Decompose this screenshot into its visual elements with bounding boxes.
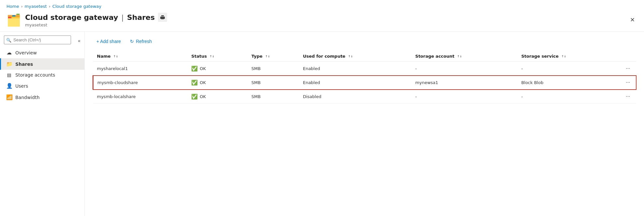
add-share-label: + Add share	[96, 39, 121, 44]
main-layout: 🔍 « ☁️ Overview 📁 Shares ▤ Storage accou…	[0, 32, 644, 216]
page-section: Shares	[127, 13, 155, 22]
sidebar-item-overview-label: Overview	[15, 50, 37, 55]
row3-storage-service: -	[517, 90, 620, 104]
shares-icon: 📁	[6, 61, 12, 67]
sidebar-item-shares-label: Shares	[15, 62, 33, 67]
sidebar-nav: ☁️ Overview 📁 Shares ▤ Storage accounts …	[0, 47, 84, 103]
row2-name: mysmb-cloudshare	[93, 76, 188, 90]
status-ok-icon: ✅	[191, 79, 198, 86]
col-name[interactable]: Name ↑↓	[93, 51, 188, 62]
row1-storage-service: -	[517, 62, 620, 76]
sort-status-icon: ↑↓	[209, 55, 214, 58]
table-row[interactable]: mysmb-localshare ✅ OK SMB Disabled - - ·…	[93, 90, 637, 104]
breadcrumb: Home › myasetest › Cloud storage gateway	[0, 0, 644, 11]
row3-more: ···	[620, 90, 636, 104]
row2-more: ···	[620, 76, 636, 90]
row1-name: mysharelocal1	[93, 62, 188, 76]
row2-compute: Enabled	[299, 76, 411, 90]
users-icon: 👤	[6, 83, 12, 89]
breadcrumb-myasetest[interactable]: myasetest	[25, 4, 47, 9]
main-content: + Add share ↻ Refresh Name ↑↓ Status ↑↓	[85, 32, 644, 216]
sort-storage-service-icon: ↑↓	[561, 55, 566, 58]
row2-more-button[interactable]: ···	[624, 79, 632, 86]
search-icon: 🔍	[6, 37, 11, 42]
refresh-button[interactable]: ↻ Refresh	[126, 37, 156, 46]
resource-icon: 🗂️	[7, 13, 21, 27]
close-button[interactable]: ✕	[627, 15, 637, 25]
breadcrumb-cloud-storage-gateway[interactable]: Cloud storage gateway	[52, 4, 101, 9]
sort-storage-account-icon: ↑↓	[457, 55, 462, 58]
sort-type-icon: ↑↓	[265, 55, 270, 58]
row3-more-button[interactable]: ···	[624, 93, 632, 100]
col-storage-service[interactable]: Storage service ↑↓	[517, 51, 620, 62]
col-actions	[620, 51, 636, 62]
sidebar: 🔍 « ☁️ Overview 📁 Shares ▤ Storage accou…	[0, 32, 85, 216]
header-title-area: Cloud storage gateway | Shares myasetest	[25, 13, 167, 27]
search-input[interactable]	[4, 36, 71, 44]
row2-storage-account: mynewsa1	[411, 76, 517, 90]
sidebar-item-bandwidth[interactable]: 📶 Bandwidth	[0, 92, 84, 103]
page-title: Cloud storage gateway	[25, 13, 118, 22]
col-used-for-compute[interactable]: Used for compute ↑↓	[299, 51, 411, 62]
add-share-button[interactable]: + Add share	[93, 37, 125, 46]
storage-accounts-icon: ▤	[6, 72, 12, 78]
shares-table: Name ↑↓ Status ↑↓ Type ↑↓ Used for compu…	[93, 51, 636, 104]
col-storage-account[interactable]: Storage account ↑↓	[411, 51, 517, 62]
breadcrumb-sep-1: ›	[21, 4, 22, 9]
row3-storage-account: -	[411, 90, 517, 104]
sidebar-item-bandwidth-label: Bandwidth	[15, 95, 40, 100]
header-separator: |	[121, 13, 123, 22]
row3-compute: Disabled	[299, 90, 411, 104]
resource-subtitle: myasetest	[25, 22, 167, 27]
row3-status: ✅ OK	[187, 90, 248, 104]
col-type[interactable]: Type ↑↓	[248, 51, 299, 62]
row1-more-button[interactable]: ···	[624, 65, 632, 72]
row1-storage-account: -	[411, 62, 517, 76]
status-ok-icon: ✅	[191, 65, 198, 72]
row2-status: ✅ OK	[187, 76, 248, 90]
row1-type: SMB	[248, 62, 299, 76]
sidebar-item-overview[interactable]: ☁️ Overview	[0, 47, 84, 58]
collapse-sidebar-button[interactable]: «	[77, 37, 82, 45]
row3-name: mysmb-localshare	[93, 90, 188, 104]
sidebar-item-users-label: Users	[15, 83, 28, 89]
search-row: 🔍 «	[0, 34, 84, 47]
status-ok-icon: ✅	[191, 94, 198, 100]
table-header: Name ↑↓ Status ↑↓ Type ↑↓ Used for compu…	[93, 51, 637, 62]
sort-name-icon: ↑↓	[113, 55, 118, 58]
sort-compute-icon: ↑↓	[348, 55, 353, 58]
table-body: mysharelocal1 ✅ OK SMB Enabled - - ···	[93, 62, 637, 104]
print-button[interactable]	[158, 13, 167, 22]
refresh-label: Refresh	[136, 39, 152, 44]
table-row[interactable]: mysharelocal1 ✅ OK SMB Enabled - - ···	[93, 62, 637, 76]
sidebar-item-storage-accounts[interactable]: ▤ Storage accounts	[0, 70, 84, 80]
row3-type: SMB	[248, 90, 299, 104]
breadcrumb-sep-2: ›	[49, 4, 50, 9]
col-status[interactable]: Status ↑↓	[187, 51, 248, 62]
sidebar-item-storage-accounts-label: Storage accounts	[15, 72, 55, 78]
sidebar-item-shares[interactable]: 📁 Shares	[0, 58, 84, 70]
page-header: 🗂️ Cloud storage gateway | Shares myaset…	[0, 11, 644, 32]
table-row[interactable]: mysmb-cloudshare ✅ OK SMB Enabled mynews…	[93, 76, 637, 90]
overview-icon: ☁️	[6, 50, 12, 56]
row1-compute: Enabled	[299, 62, 411, 76]
toolbar: + Add share ↻ Refresh	[93, 37, 636, 46]
row2-type: SMB	[248, 76, 299, 90]
row2-storage-service: Block Blob	[517, 76, 620, 90]
sidebar-item-users[interactable]: 👤 Users	[0, 80, 84, 92]
bandwidth-icon: 📶	[6, 94, 12, 100]
breadcrumb-home[interactable]: Home	[7, 4, 19, 9]
row1-more: ···	[620, 62, 636, 76]
row1-status: ✅ OK	[187, 62, 248, 76]
refresh-icon: ↻	[130, 39, 134, 44]
search-box: 🔍	[4, 36, 71, 44]
